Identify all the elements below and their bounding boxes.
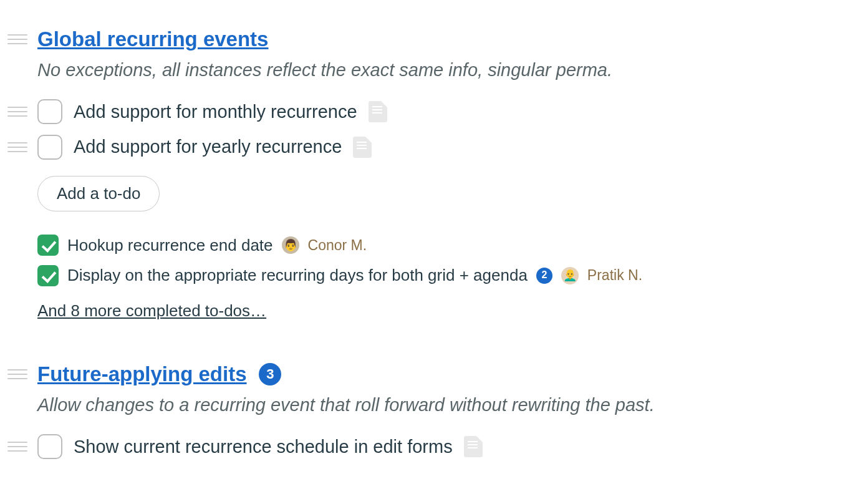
drag-handle-icon[interactable] (7, 34, 27, 44)
drag-handle-icon[interactable] (7, 369, 27, 379)
todo-item[interactable]: Show current recurrence schedule in edit… (37, 429, 831, 465)
section-title-link[interactable]: Future-applying edits (37, 362, 247, 385)
note-icon[interactable] (353, 137, 372, 158)
section-header: Future-applying edits 3 (37, 360, 831, 389)
todo-text: Add support for yearly recurrence (74, 134, 342, 160)
completed-list: Hookup recurrence end date 👨 Conor M. Di… (37, 230, 831, 291)
note-icon[interactable] (369, 101, 387, 122)
avatar[interactable]: 👨 (282, 236, 299, 254)
note-icon[interactable] (464, 436, 483, 457)
section-description: No exceptions, all instances reflect the… (37, 57, 831, 83)
completed-todo-item[interactable]: Display on the appropriate recurring day… (37, 260, 831, 290)
todo-checkbox-checked[interactable] (37, 265, 59, 286)
todo-section: Future-applying edits 3 Allow changes to… (37, 360, 831, 464)
todo-checkbox[interactable] (37, 99, 62, 124)
todo-text: Add support for monthly recurrence (74, 99, 357, 125)
todo-text: Show current recurrence schedule in edit… (74, 434, 453, 460)
todo-checkbox[interactable] (37, 434, 62, 459)
avatar[interactable]: 👨‍🦲 (561, 267, 579, 284)
assignee-name: Pratik N. (587, 265, 642, 285)
todo-item[interactable]: Add support for yearly recurrence (37, 129, 831, 165)
section-header: Global recurring events (37, 25, 831, 54)
section-description: Allow changes to a recurring event that … (37, 392, 831, 418)
todo-checkbox[interactable] (37, 135, 62, 160)
todo-text: Hookup recurrence end date (67, 234, 273, 256)
drag-handle-icon[interactable] (7, 142, 27, 152)
more-completed-link[interactable]: And 8 more completed to-dos… (37, 299, 266, 322)
drag-handle-icon[interactable] (7, 107, 27, 117)
todo-text: Display on the appropriate recurring day… (67, 264, 528, 286)
completed-todo-item[interactable]: Hookup recurrence end date 👨 Conor M. (37, 230, 831, 260)
section-count-badge: 3 (259, 363, 281, 385)
todo-section: Global recurring events No exceptions, a… (37, 25, 831, 322)
drag-handle-icon[interactable] (7, 442, 27, 452)
comment-count-badge[interactable]: 2 (536, 268, 552, 284)
todo-checkbox-checked[interactable] (37, 235, 59, 256)
assignee-name: Conor M. (308, 235, 367, 255)
add-todo-button[interactable]: Add a to-do (37, 176, 160, 211)
todo-item[interactable]: Add support for monthly recurrence (37, 94, 831, 130)
section-title-link[interactable]: Global recurring events (37, 27, 268, 51)
